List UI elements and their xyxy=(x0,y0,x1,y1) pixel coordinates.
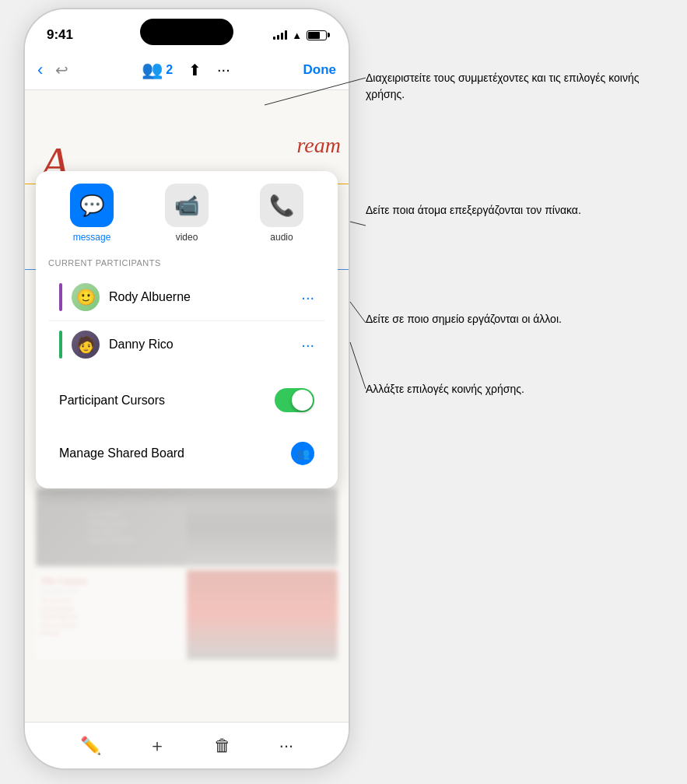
participant-row-rody[interactable]: 🙂 Rody Albuerne ··· xyxy=(48,274,325,321)
participant-cursors-row[interactable]: Participant Cursors xyxy=(48,377,325,423)
annotation-4-text: Αλλάξτε επιλογές κοινής χρήσης. xyxy=(366,383,524,395)
canvas-area: A ream O. Ph.A,A.f.fu. N. in an hundredE… xyxy=(25,90,349,722)
annotation-3: Δείτε σε ποιο σημείο εργάζονται οι άλλοι… xyxy=(366,311,562,327)
phone-frame: 9:41 ▲ ‹ ↩ 👥 2 ⬆ ··· D xyxy=(23,8,350,770)
bottom-toolbar: ✏️ ＋ 🗑 ··· xyxy=(25,722,349,768)
canvas-dream-text: ream xyxy=(296,133,341,158)
annotation-3-text: Δείτε σε ποιο σημείο εργάζονται οι άλλοι… xyxy=(366,313,562,325)
collab-button[interactable]: 👥 2 xyxy=(142,60,173,80)
participant-cursors-label: Participant Cursors xyxy=(59,394,165,408)
svg-line-1 xyxy=(350,222,366,226)
popup-sheet: 💬 message 📹 video 📞 audio CURRENT PARTIC… xyxy=(36,171,338,488)
annotation-1-text: Διαχειριστείτε τους συμμετέχοντες και τι… xyxy=(366,72,639,100)
bottom-more-icon[interactable]: ··· xyxy=(279,736,293,756)
audio-label: audio xyxy=(270,232,293,243)
message-icon: 💬 xyxy=(70,184,114,227)
annotation-2: Δείτε ποια άτομα επεξεργάζονται τον πίνα… xyxy=(366,202,581,219)
collab-count: 2 xyxy=(166,63,173,77)
svg-line-3 xyxy=(350,342,366,389)
participant-row-danny[interactable]: 🧑 Danny Rico ··· xyxy=(48,321,325,368)
manage-shared-board-row[interactable]: Manage Shared Board 👥 xyxy=(48,431,325,476)
annotation-4: Αλλάξτε επιλογές κοινής χρήσης. xyxy=(366,381,524,397)
status-icons: ▲ xyxy=(273,30,327,41)
message-label: message xyxy=(73,232,111,243)
video-label: video xyxy=(176,232,198,243)
done-button[interactable]: Done xyxy=(303,62,337,78)
manage-shared-board-label: Manage Shared Board xyxy=(59,446,184,460)
main-toolbar: ‹ ↩ 👥 2 ⬆ ··· Done xyxy=(25,50,349,90)
participant-more-danny[interactable]: ··· xyxy=(301,336,314,354)
undo-button[interactable]: ↩ xyxy=(55,61,68,79)
annotation-area: Διαχειριστείτε τους συμμετέχοντες και τι… xyxy=(366,23,679,770)
annotation-2-text: Δείτε ποια άτομα επεξεργάζονται τον πίνα… xyxy=(366,204,581,216)
share-options-row: 💬 message 📹 video 📞 audio xyxy=(48,184,325,243)
add-icon[interactable]: ＋ xyxy=(149,734,166,758)
collab-icon: 👥 xyxy=(142,60,163,80)
toggle-knob xyxy=(292,390,313,411)
participant-name-danny: Danny Rico xyxy=(109,338,292,352)
participant-more-rody[interactable]: ··· xyxy=(301,289,314,306)
signal-icon xyxy=(273,30,287,40)
dynamic-island xyxy=(140,19,233,45)
annotation-1: Διαχειριστείτε τους συμμετέχοντες και τι… xyxy=(366,70,679,103)
participant-list: 🙂 Rody Albuerne ··· 🧑 Danny Rico ··· xyxy=(48,274,325,368)
wifi-icon: ▲ xyxy=(292,30,302,41)
battery-icon xyxy=(307,30,327,40)
avatar-rody: 🙂 xyxy=(72,283,100,311)
avatar-danny: 🧑 xyxy=(72,331,100,359)
audio-icon: 📞 xyxy=(260,184,303,227)
trash-icon[interactable]: 🗑 xyxy=(214,736,231,756)
participant-accent-danny xyxy=(59,331,62,359)
share-option-message[interactable]: 💬 message xyxy=(48,184,135,243)
svg-line-2 xyxy=(350,302,366,323)
share-option-video[interactable]: 📹 video xyxy=(143,184,230,243)
more-button[interactable]: ··· xyxy=(217,61,230,79)
share-button[interactable]: ⬆ xyxy=(188,61,202,79)
share-option-audio[interactable]: 📞 audio xyxy=(238,184,325,243)
pen-icon[interactable]: ✏️ xyxy=(80,736,101,756)
participant-cursors-toggle[interactable] xyxy=(275,388,314,412)
participant-name-rody: Rody Albuerne xyxy=(109,290,292,304)
participants-section-header: CURRENT PARTICIPANTS xyxy=(48,258,325,268)
status-time: 9:41 xyxy=(47,27,73,43)
video-icon: 📹 xyxy=(165,184,209,227)
participant-accent-rody xyxy=(59,283,62,311)
manage-shared-board-icon: 👥 xyxy=(291,442,314,465)
back-button[interactable]: ‹ xyxy=(37,60,43,80)
